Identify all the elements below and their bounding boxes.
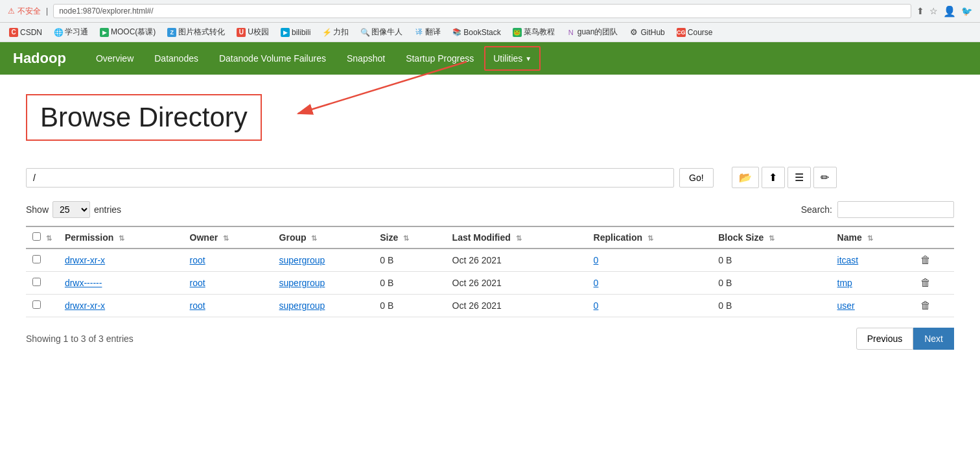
select-all-checkbox[interactable]	[32, 232, 41, 241]
row-replication-1: 0	[587, 272, 712, 295]
row-name-0: itcast	[831, 249, 915, 272]
bookmark-csdn[interactable]: C CSDN	[5, 27, 46, 38]
next-button[interactable]: Next	[913, 328, 954, 350]
row-permission-0: drwxr-xr-x	[58, 249, 183, 272]
table-row: drwxr-xr-x root supergroup 0 B Oct 26 20…	[26, 249, 954, 272]
url-bar[interactable]: node1:9870/explorer.html#/	[53, 4, 911, 18]
leetcode-icon: ⚡	[322, 28, 331, 37]
name-link-0[interactable]: itcast	[837, 255, 859, 265]
rename-button[interactable]: ✏	[813, 167, 837, 188]
nav-snapshot[interactable]: Snapshot	[336, 42, 395, 75]
row-replication-0: 0	[587, 249, 712, 272]
nav-utilities[interactable]: Utilities ▼	[484, 46, 541, 71]
nav-links: Overview Datanodes Datanode Volume Failu…	[86, 42, 541, 75]
path-input[interactable]	[26, 168, 674, 188]
previous-button[interactable]: Previous	[856, 328, 913, 350]
browser-bar: ⚠ 不安全 | node1:9870/explorer.html#/ ⬆ ☆ 👤…	[0, 0, 980, 23]
group-link-1[interactable]: supergroup	[279, 278, 325, 288]
search-input[interactable]	[837, 201, 954, 218]
table-header: ⇅ Permission ⇅ Owner ⇅ Group ⇅ Size ⇅ La…	[26, 226, 954, 249]
row-select-2[interactable]	[32, 300, 41, 309]
open-folder-button[interactable]: 📂	[732, 167, 759, 188]
main-content: Browse Directory Go! 📂 ⬆ ☰ ✏ Show 10 25 …	[0, 75, 980, 369]
header-size[interactable]: Size ⇅	[373, 226, 445, 249]
header-name[interactable]: Name ⇅	[831, 226, 915, 249]
entries-label: entries	[94, 204, 121, 215]
entries-select[interactable]: 10 25 50 100	[52, 201, 90, 218]
bookmark-ucampus[interactable]: U U校园	[233, 25, 273, 39]
star-icon[interactable]: ☆	[929, 6, 938, 16]
url-separator: |	[46, 6, 48, 16]
delete-button-0[interactable]: 🗑	[920, 254, 931, 266]
show-entries-left: Show 10 25 50 100 entries	[26, 201, 121, 218]
header-permission[interactable]: Permission ⇅	[58, 226, 183, 249]
bookmark-imageexpert[interactable]: 🔍 图像牛人	[356, 25, 406, 39]
nav-datanodes[interactable]: Datanodes	[144, 42, 209, 75]
list-view-button[interactable]: ☰	[788, 167, 811, 188]
account-icon[interactable]: 👤	[943, 5, 956, 18]
row-group-2: supergroup	[273, 295, 374, 317]
brand-logo[interactable]: Hadoop	[13, 50, 66, 67]
owner-link-0[interactable]: root	[190, 255, 205, 265]
permission-link-1[interactable]: drwx------	[65, 278, 102, 288]
bookmark-bookstack[interactable]: 📚 BookStack	[449, 27, 504, 38]
header-last-modified[interactable]: Last Modified ⇅	[446, 226, 587, 249]
bookmark-translate[interactable]: 译 翻译	[410, 25, 445, 39]
row-checkbox-1	[26, 272, 58, 295]
header-group[interactable]: Group ⇅	[273, 226, 374, 249]
row-permission-1: drwx------	[58, 272, 183, 295]
row-select-1[interactable]	[32, 278, 41, 286]
bookmark-mooc[interactable]: ▶ MOOC(慕课)	[96, 25, 159, 39]
runoob-icon: 🐸	[513, 28, 522, 37]
table-row: drwxr-xr-x root supergroup 0 B Oct 26 20…	[26, 295, 954, 317]
row-owner-1: root	[183, 272, 273, 295]
course-icon: CG	[677, 28, 686, 37]
share-icon[interactable]: ⬆	[916, 6, 924, 16]
name-link-1[interactable]: tmp	[837, 278, 852, 288]
upload-button[interactable]: ⬆	[762, 167, 785, 188]
header-select-all: ⇅	[26, 226, 58, 249]
group-link-2[interactable]: supergroup	[279, 300, 325, 311]
bookmark-imgconvert[interactable]: Z 图片格式转化	[163, 25, 229, 39]
owner-link-1[interactable]: root	[190, 278, 205, 288]
replication-link-2[interactable]: 0	[594, 300, 599, 311]
row-replication-2: 0	[587, 295, 712, 317]
header-replication[interactable]: Replication ⇅	[587, 226, 712, 249]
extension-icon[interactable]: 🐦	[961, 6, 972, 16]
bookmark-bilibili[interactable]: ▶ bilibili	[277, 27, 314, 38]
bookmark-xuexitong[interactable]: 🌐 学习通	[50, 25, 92, 39]
bookstack-icon: 📚	[452, 28, 461, 37]
delete-button-1[interactable]: 🗑	[920, 277, 931, 289]
row-permission-2: drwxr-xr-x	[58, 295, 183, 317]
permission-link-2[interactable]: drwxr-xr-x	[65, 300, 105, 311]
group-link-0[interactable]: supergroup	[279, 255, 325, 265]
nav-datanode-volume-failures[interactable]: Datanode Volume Failures	[209, 42, 336, 75]
header-actions	[914, 226, 954, 249]
delete-button-2[interactable]: 🗑	[920, 300, 931, 311]
ucampus-icon: U	[237, 28, 246, 37]
nav-startup-progress[interactable]: Startup Progress	[395, 42, 484, 75]
bookmark-course[interactable]: CG Course	[673, 27, 717, 38]
owner-link-2[interactable]: root	[190, 300, 205, 311]
page-title-box: Browse Directory	[26, 94, 262, 141]
nav-overview[interactable]: Overview	[86, 42, 144, 75]
row-size-1: 0 B	[373, 272, 445, 295]
showing-text: Showing 1 to 3 of 3 entries	[26, 334, 134, 344]
row-select-0[interactable]	[32, 255, 41, 263]
bookmark-runoob[interactable]: 🐸 菜鸟教程	[509, 25, 559, 39]
name-link-2[interactable]: user	[837, 300, 855, 311]
bookmark-guan-team[interactable]: N guan的团队	[563, 25, 622, 39]
show-entries-row: Show 10 25 50 100 entries Search:	[26, 201, 954, 218]
table-row: drwx------ root supergroup 0 B Oct 26 20…	[26, 272, 954, 295]
row-last-modified-0: Oct 26 2021	[446, 249, 587, 272]
replication-link-1[interactable]: 0	[594, 278, 599, 288]
bookmark-github[interactable]: ⚙ GitHub	[625, 27, 668, 38]
table-footer: Showing 1 to 3 of 3 entries Previous Nex…	[26, 328, 954, 350]
header-block-size[interactable]: Block Size ⇅	[712, 226, 830, 249]
row-delete-1: 🗑	[914, 272, 954, 295]
permission-link-0[interactable]: drwxr-xr-x	[65, 255, 105, 265]
bookmark-leetcode[interactable]: ⚡ 力扣	[318, 25, 353, 39]
go-button[interactable]: Go!	[679, 168, 714, 188]
header-owner[interactable]: Owner ⇅	[183, 226, 273, 249]
replication-link-0[interactable]: 0	[594, 255, 599, 265]
